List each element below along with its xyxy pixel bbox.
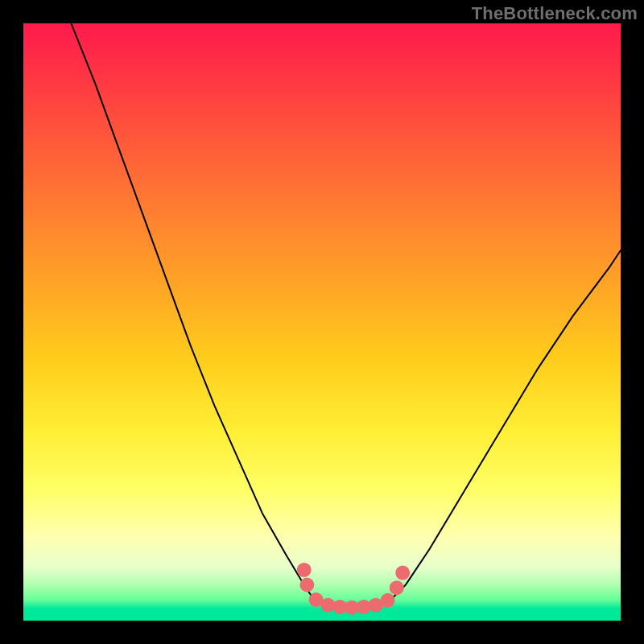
watermark-text: TheBottleneck.com — [472, 3, 638, 24]
chart-frame: TheBottleneck.com — [0, 0, 644, 644]
plot-area — [23, 23, 621, 621]
highlight-marker — [297, 563, 312, 577]
highlight-marker — [390, 580, 404, 595]
highlight-marker — [299, 578, 314, 592]
marker-layer — [23, 23, 621, 621]
highlight-marker — [395, 566, 410, 580]
marker-group — [297, 563, 411, 615]
highlight-marker — [381, 593, 395, 608]
